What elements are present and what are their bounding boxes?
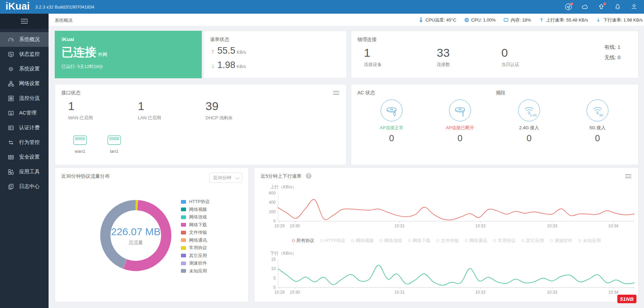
stat-value: 33: [437, 46, 450, 59]
time-range-dropdown[interactable]: 近30分钟: [209, 173, 242, 183]
sidebar-item-5[interactable]: AC管理: [0, 106, 49, 120]
logs-icon: [8, 183, 14, 190]
legend-item-8[interactable]: 测速软件: [181, 259, 210, 267]
send-icon[interactable]: [565, 3, 572, 11]
speed-legend-item-3[interactable]: 网络游戏: [380, 238, 402, 244]
status-text: CPU: 1.00%: [471, 17, 496, 23]
speed-legend-item-2[interactable]: 网络视频: [351, 238, 373, 244]
legend-item-7[interactable]: 其它应用: [181, 252, 210, 260]
stat-label: DHCP 池剩余: [206, 115, 233, 121]
sidebar-item-0[interactable]: 系统概况: [0, 32, 49, 47]
dropdown-value: 近30分钟: [213, 175, 231, 181]
download-line-chart[interactable]: 下行（KB/s）05101510:2910:3010:3110:3210:331…: [254, 249, 639, 300]
upgrade-icon[interactable]: [597, 3, 605, 11]
wireless-count: 无线: 0: [604, 52, 620, 63]
radio-icon: [436, 239, 439, 242]
speed-legend-label: 网络视频: [356, 238, 373, 244]
sidebar-item-4[interactable]: 流控分流: [0, 91, 49, 106]
sidebar-item-3[interactable]: 网络设置: [0, 76, 49, 91]
legend-swatch: [181, 238, 186, 242]
sidebar-item-2[interactable]: 系统设置: [0, 62, 49, 76]
protocol-distribution-card: 近30分钟协议流量分布 近30分钟 常用协议: 2.3 MB网络下载: 123.…: [55, 168, 249, 302]
sidebar-item-label: 系统概况: [19, 36, 40, 43]
speed-legend-item-6[interactable]: 网络通讯: [465, 238, 487, 244]
thermometer-icon: [418, 17, 424, 23]
x-tick-label: 10:30: [290, 290, 300, 295]
speed-legend-item-0[interactable]: 所有协议: [292, 238, 314, 244]
status-text: 下行速率: 1.98 KB/s: [603, 17, 643, 23]
sidebar-collapse-button[interactable]: [0, 14, 49, 29]
radio-icon: [292, 239, 295, 242]
radio-icon: [320, 239, 323, 242]
speed-legend-item-5[interactable]: 文件传输: [436, 238, 459, 244]
legend-item-2[interactable]: 网络游戏: [181, 213, 210, 221]
monitor-pulse-icon: [8, 51, 14, 58]
down-arrow-icon: [595, 17, 601, 23]
speed-card-title: 近5分钟上下行速率: [261, 173, 302, 179]
donut-segment[interactable]: 未知应用: 98.5 MB: [100, 200, 135, 268]
sidebar-item-6[interactable]: 认证计费: [0, 120, 49, 135]
ac-item-value: 0: [502, 133, 556, 144]
x-tick-label: 10:34: [608, 290, 619, 295]
port-label: lan1: [107, 149, 121, 154]
speed-legend-label: 文件传输: [441, 238, 459, 244]
status-text: 上行速率: 55.48 KB/s: [546, 17, 588, 23]
speed-chart-legend: 所有协议HTTP协议网络视频网络游戏网络下载文件传输网络通讯常用协议其它应用测速…: [254, 238, 638, 244]
bell-icon[interactable]: [614, 3, 621, 11]
sidebar-item-7[interactable]: 行为管控: [0, 135, 49, 150]
sidebar-item-9[interactable]: 应用工具: [0, 164, 49, 179]
radio-icon: [408, 239, 411, 242]
uptime-label: 已运行: 5天12时18分: [62, 64, 103, 70]
stat-label: 连接数: [437, 62, 450, 68]
wan1-port[interactable]: wan1: [73, 135, 87, 154]
speed-legend-item-1[interactable]: HTTP协议: [320, 238, 345, 244]
speed-chart-card: 近5分钟上下行速率 ? 上行（KB/s）020040060010:2910:30…: [254, 168, 639, 302]
rate-status-card: 速率状态 ↑ 55.5 KB/s ↓ 1.98 KB/s: [203, 31, 347, 78]
ac-item-1: AP连接已断开0: [433, 99, 487, 144]
user-icon[interactable]: [630, 3, 638, 11]
upload-line-chart[interactable]: 上行（KB/s）020040060010:2910:3010:3110:3210…: [254, 183, 639, 234]
speed-legend-label: 网络通讯: [469, 238, 487, 244]
cloud-icon[interactable]: [581, 3, 589, 11]
lan1-port[interactable]: lan1: [107, 135, 121, 154]
connection-status: 已连接外网: [62, 44, 107, 60]
speed-legend-item-9[interactable]: 测速软件: [550, 238, 572, 244]
legend-item-1[interactable]: 网络视频: [181, 206, 210, 214]
legend-swatch: [181, 200, 186, 204]
help-icon[interactable]: ?: [306, 173, 312, 179]
speed-legend-item-4[interactable]: 网络下载: [408, 238, 430, 244]
svg-text:5G: 5G: [599, 113, 603, 117]
legend-label: 网络视频: [189, 206, 207, 213]
sidebar-item-1[interactable]: 状态监控: [0, 47, 49, 62]
sidebar-item-10[interactable]: 日志中心: [0, 179, 49, 194]
download-rate-row: ↓ 1.98 KB/s: [211, 60, 246, 70]
wifi-box-icon: [8, 110, 14, 117]
lan-enabled-stat: 1 LAN 已启用: [138, 99, 161, 121]
ac-status-card: AC 状态 频段 AP连接正常0AP连接已断开02.4G2.4G 接入05G5G…: [351, 84, 639, 165]
sidebar: 系统概况状态监控系统设置网络设置流控分流AC管理认证计费行为管控安全设置应用工具…: [0, 14, 49, 308]
legend-item-6[interactable]: 常用协议: [181, 244, 210, 252]
legend-label: 未知应用: [189, 268, 207, 274]
speed-legend-label: 常用协议: [498, 238, 515, 244]
status-text: CPU温度: 45°C: [425, 17, 456, 23]
card-menu-icon[interactable]: [333, 90, 339, 95]
x-tick-label: 10:30: [290, 224, 300, 228]
speed-legend-item-7[interactable]: 常用协议: [493, 238, 515, 244]
legend-item-9[interactable]: 未知应用: [181, 267, 210, 275]
legend-item-3[interactable]: 网络下载: [181, 221, 210, 229]
physical-card-title: 物理连接: [357, 37, 377, 43]
protocol-donut-chart[interactable]: 常用协议: 2.3 MB网络下载: 123.3 MB文件传输: 0.4 MB网络…: [95, 195, 177, 277]
ap-connected-icon: [383, 102, 400, 119]
sidebar-item-label: 网络设置: [19, 80, 40, 87]
speed-legend-item-10[interactable]: 未知应用: [578, 238, 601, 244]
card-menu-icon[interactable]: [625, 173, 631, 178]
speed-legend-item-8[interactable]: 其它应用: [522, 238, 544, 244]
app-logo: iKuai: [5, 1, 30, 12]
sidebar-item-8[interactable]: 安全设置: [0, 150, 49, 164]
legend-item-4[interactable]: 文件传输: [181, 229, 210, 237]
sidebar-item-label: 行为管控: [19, 139, 40, 146]
legend-item-5[interactable]: 网络通讯: [181, 237, 210, 244]
legend-item-0[interactable]: HTTP协议: [181, 198, 210, 206]
speed-legend-label: 网络下载: [412, 238, 430, 244]
memory-icon: [503, 17, 509, 23]
